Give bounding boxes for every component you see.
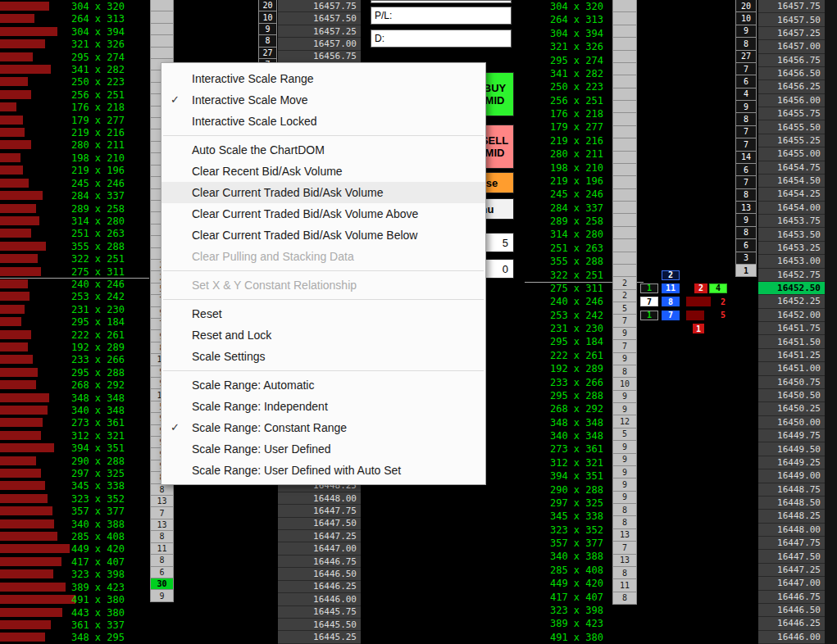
price-cell[interactable]: 16456.25 [758, 80, 825, 93]
price-cell[interactable]: 16450.75 [758, 376, 825, 389]
price-cell[interactable]: 16448.50 [758, 497, 825, 510]
menu-item[interactable]: Reset and Lock [161, 324, 485, 346]
price-cell[interactable]: 16451.00 [758, 362, 825, 375]
price-cell[interactable]: 16447.75 [278, 505, 361, 517]
d-label: D: [375, 33, 384, 44]
price-cell[interactable]: 16449.75 [758, 429, 825, 442]
right-price-ladder[interactable]: 16457.7516457.5016457.2516457.0016456.75… [758, 0, 825, 644]
price-cell[interactable]: 16453.50 [758, 228, 825, 241]
price-cell[interactable]: 16446.25 [758, 617, 825, 630]
price-cell[interactable]: 16453.25 [758, 242, 825, 255]
price-cell[interactable]: 16455.00 [758, 147, 825, 161]
price-cell[interactable]: 16457.00 [758, 40, 825, 53]
menu-item[interactable]: Scale Range: Independent [161, 396, 485, 417]
price-cell[interactable]: 16447.00 [758, 577, 825, 590]
price-cell[interactable]: 16449.50 [758, 442, 825, 456]
price-cell[interactable]: 16445.50 [278, 619, 361, 631]
price-cell[interactable]: 16447.50 [758, 550, 825, 563]
menu-item[interactable]: ✓Interactive Scale Move [161, 89, 485, 111]
price-cell[interactable]: 16446.75 [758, 591, 825, 604]
price-cell[interactable]: 16454.50 [758, 175, 825, 188]
price-cell[interactable]: 16456.00 [758, 94, 825, 107]
price-cell[interactable]: 16445.25 [278, 631, 361, 643]
price-cell[interactable]: 16446.00 [278, 593, 361, 605]
menu-item[interactable]: Clear Current Traded Bid/Ask Volume [161, 182, 485, 203]
price-cell[interactable]: 16448.00 [758, 524, 825, 537]
price-cell[interactable]: 16451.50 [758, 335, 825, 348]
price-cell[interactable]: 16452.25 [758, 295, 825, 308]
menu-item[interactable]: Interactive Scale Locked [161, 111, 485, 132]
price-cell[interactable]: 16447.25 [758, 564, 825, 577]
price-cell[interactable]: 16454.00 [758, 202, 825, 215]
volume-cell [612, 37, 637, 50]
price-cell[interactable]: 16457.00 [278, 38, 361, 50]
menu-item-label: Clear Current Traded Bid/Ask Volume [192, 186, 383, 199]
price-cell[interactable]: 16446.00 [758, 631, 825, 644]
price-cell[interactable]: 16448.25 [758, 510, 825, 523]
price-cell[interactable]: 16456.50 [758, 67, 825, 80]
menu-item[interactable]: Scale Range: User Defined with Auto Set [161, 460, 485, 481]
menu-item[interactable]: Clear Current Traded Bid/Ask Volume Belo… [161, 224, 485, 246]
menu-item[interactable]: Scale Range: Automatic [161, 374, 485, 396]
bid-ask-pair: 268 x 292 [550, 403, 603, 415]
price-cell[interactable]: 16454.25 [758, 188, 825, 201]
price-cell[interactable]: 16449.00 [758, 469, 825, 483]
dom-row: 192 x 289 [525, 362, 608, 375]
bid-ask-pair: 233 x 266 [71, 354, 125, 365]
bid-ask-pair: 264 x 313 [550, 14, 603, 25]
volume-cell: 13 [612, 528, 637, 542]
price-cell[interactable]: 16456.75 [758, 54, 825, 67]
last-price-cell[interactable]: 16452.50 [758, 282, 825, 295]
pl-field[interactable]: P/L: [371, 7, 512, 25]
price-cell[interactable]: 16457.25 [278, 25, 361, 38]
price-cell[interactable]: 16457.75 [278, 0, 361, 12]
price-cell[interactable]: 16451.25 [758, 349, 825, 362]
left-dom-column: 304 x 320264 x 313304 x 394321 x 326295 … [0, 0, 149, 644]
price-cell[interactable]: 16450.00 [758, 416, 825, 429]
price-cell[interactable]: 16448.00 [278, 492, 361, 505]
price-cell[interactable]: 16450.50 [758, 389, 825, 402]
menu-item[interactable]: Scale Settings [161, 346, 485, 367]
price-cell[interactable]: 16457.50 [278, 12, 361, 25]
dom-row: 348 x 348 [0, 392, 149, 404]
bid-ask-pair: 219 x 196 [550, 175, 603, 187]
d-field[interactable]: D: [371, 29, 512, 48]
menu-item[interactable]: Interactive Scale Range [161, 68, 485, 89]
price-cell[interactable]: 16455.50 [758, 120, 825, 134]
price-cell[interactable]: 16446.50 [278, 568, 361, 580]
price-cell[interactable]: 16456.75 [278, 51, 361, 63]
price-cell[interactable]: 16445.75 [278, 606, 361, 619]
price-cell[interactable]: 16457.75 [758, 0, 825, 13]
volume-cell: 9 [612, 491, 637, 504]
price-cell[interactable]: 16446.50 [758, 604, 825, 617]
menu-item[interactable]: Scale Range: User Defined [161, 438, 485, 460]
price-cell[interactable]: 16446.75 [278, 556, 361, 568]
price-cell[interactable]: 16446.25 [278, 581, 361, 593]
price-cell[interactable]: 16453.00 [758, 255, 825, 268]
price-cell[interactable]: 16457.50 [758, 13, 825, 26]
price-cell[interactable]: 16453.75 [758, 215, 825, 228]
menu-item[interactable]: ✓Scale Range: Constant Range [161, 417, 485, 438]
volume-cell [612, 100, 637, 113]
price-cell[interactable]: 16451.75 [758, 322, 825, 335]
price-cell[interactable]: 16452.00 [758, 309, 825, 322]
bid-ask-pair: 245 x 246 [550, 188, 603, 200]
price-cell[interactable]: 16454.75 [758, 161, 825, 175]
menu-item[interactable]: Reset [161, 303, 485, 324]
price-cell[interactable]: 16447.75 [758, 537, 825, 550]
price-cell[interactable]: 16447.00 [278, 542, 361, 555]
menu-item[interactable]: Clear Current Traded Bid/Ask Volume Abov… [161, 203, 485, 224]
price-cell[interactable]: 16447.50 [278, 518, 361, 530]
price-cell[interactable]: 16457.25 [758, 27, 825, 40]
price-cell[interactable]: 16447.25 [278, 530, 361, 542]
menu-item[interactable]: Clear Recent Bid/Ask Volume [161, 161, 485, 182]
price-cell[interactable]: 16452.75 [758, 269, 825, 282]
price-cell[interactable]: 16455.25 [758, 134, 825, 147]
price-cell[interactable]: 16448.75 [758, 483, 825, 497]
price-cell[interactable]: 16449.25 [758, 456, 825, 469]
menu-item[interactable]: Auto Scale the ChartDOM [161, 139, 485, 161]
menu-item-label: Clear Current Traded Bid/Ask Volume Belo… [192, 229, 417, 242]
volume-cell [612, 213, 637, 226]
price-cell[interactable]: 16450.25 [758, 402, 825, 415]
price-cell[interactable]: 16455.75 [758, 107, 825, 120]
